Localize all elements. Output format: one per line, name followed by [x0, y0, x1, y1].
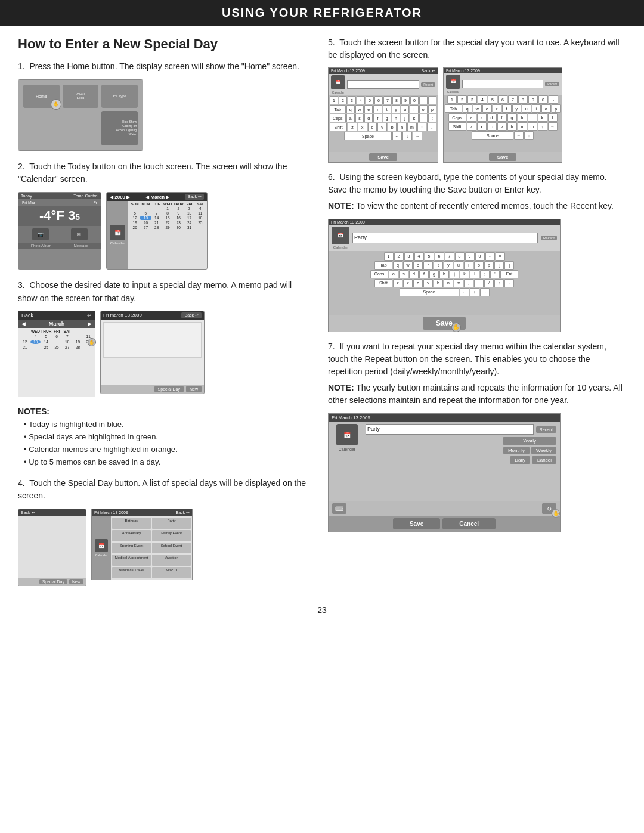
step-5-text: 5. Touch the screen button for the speci…: [328, 36, 626, 61]
kb-large-header: Fri March 13 2009: [444, 68, 562, 73]
note-1: Today is highlighted in blue.: [24, 419, 310, 431]
monthly-button[interactable]: Monthly: [503, 447, 530, 454]
repeat-save-cancel-row: Save Cancel: [329, 516, 560, 532]
step-1-screenshots: Home ✋ ChildLock Ice Type Slide Show Coo…: [18, 79, 310, 151]
kb-small-recent[interactable]: Recent: [421, 82, 435, 87]
step-7-block: 7. If you want to repeat your special da…: [328, 340, 626, 532]
step-4-screenshots: Back ↩ Special Day New Fri March 13 2009…: [18, 509, 310, 586]
step-6-text: 6. Using the screen keyboard, type the c…: [328, 171, 626, 196]
keyboard-icon[interactable]: ⌨: [332, 503, 346, 514]
page-header: USING YOUR REFRIGERATOR: [0, 0, 644, 26]
kb-small-save-btn[interactable]: Save: [369, 153, 397, 161]
step-3-text: 3. Choose the desired date to input a sp…: [18, 279, 310, 305]
step-5-screenshots: Fri March 13 2009 Back ↩ 📅 Calendar Rece…: [328, 67, 626, 163]
special-medical[interactable]: Medical Appointment: [112, 555, 151, 566]
repeat-icon[interactable]: ↻ ✋: [542, 503, 556, 514]
cancel-button[interactable]: Cancel: [532, 456, 556, 464]
step-6-block: 6. Using the screen keyboard, type the c…: [328, 171, 626, 332]
kb-large-cal-icon: 📅: [446, 75, 460, 89]
kb-small-header: Fri March 13 2009 Back ↩: [329, 68, 438, 74]
new-button[interactable]: New: [186, 386, 202, 392]
repeat-save-btn[interactable]: Save: [393, 518, 440, 529]
step6-kb-header: Fri March 13 2009: [329, 219, 560, 225]
special-vacation[interactable]: Vacation: [152, 555, 191, 566]
step6-party-input[interactable]: Party: [352, 233, 538, 243]
step-1-block: 1. Press the Home button. The display sc…: [18, 60, 310, 151]
repeat-party-input[interactable]: Party: [366, 424, 534, 435]
note-4: Up to 5 memos can be saved in a day.: [24, 456, 310, 469]
step-2-block: 2. Touch the Today button on the touch s…: [18, 160, 310, 270]
special-day-button[interactable]: Special Day: [154, 386, 184, 392]
special-family-event[interactable]: Family Event: [152, 530, 191, 541]
recent-btn-repeat[interactable]: Recent: [536, 426, 556, 433]
step-1-num: 1.: [18, 61, 27, 71]
cal-home-screenshot: TodayTemp Control Fri MarFr -4°F 35 📷 ✉: [18, 192, 101, 270]
step-4-block: 4. Touch the Special Day button. A list …: [18, 477, 310, 586]
weekly-button[interactable]: Weekly: [531, 447, 556, 454]
kb-large-save-btn[interactable]: Save: [489, 153, 517, 161]
daily-button[interactable]: Daily: [510, 456, 530, 464]
repeat-cancel-btn[interactable]: Cancel: [442, 518, 496, 529]
step-7-text: 7. If you want to repeat your special da…: [328, 340, 626, 378]
step-5-block: 5. Touch the screen button for the speci…: [328, 36, 626, 163]
kb-large-recent[interactable]: Recent: [545, 82, 559, 86]
special-birthday[interactable]: Birthday: [112, 518, 151, 529]
repeat-left-panel: 📅 Calendar: [332, 424, 362, 499]
step6-cal-icon: 📅: [332, 227, 349, 244]
repeat-footer: ⌨ ↻ ✋: [329, 501, 560, 516]
kb-small-cal-icon: 📅: [331, 75, 345, 89]
kb-large-keys: 1234567890- Tabqwertyuiop Capsasdfghjkl …: [444, 95, 562, 152]
kb-large-input[interactable]: [462, 80, 543, 88]
repeat-options-panel: Yearly Monthly Weekly Daily Cancel: [366, 437, 556, 464]
repeat-center-panel: Party Recent Yearly Monthly Weekly: [366, 424, 556, 499]
notes-box: NOTES: Today is highlighted in blue. Spe…: [18, 407, 310, 468]
special-sporting[interactable]: Sporting Event: [112, 543, 151, 554]
header-title: USING YOUR REFRIGERATOR: [222, 6, 422, 19]
step7-repeat-screenshot: Fri March 13 2009 📅 Calendar Party Re: [328, 413, 561, 532]
step-7-note: NOTE: The yearly button maintains and re…: [328, 382, 626, 407]
step6-save-area: Save✋: [329, 315, 560, 332]
step-6-note: NOTE: To view the content of recently en…: [328, 200, 626, 213]
step-3-screenshots: Back ↩ ◀March▶ WEDTHURFRISAT 4567 111213…: [18, 311, 310, 397]
left-column: How to Enter a New Special Day 1. Press …: [18, 36, 322, 596]
special-days-list-screenshot: Fri March 13 2009 Back ↩ 📅 Calendar Birt…: [91, 509, 193, 580]
step-2-screenshots: TodayTemp Control Fri MarFr -4°F 35 📷 ✉: [18, 192, 310, 270]
memo-body: [101, 320, 204, 385]
section-title: How to Enter a New Special Day: [18, 36, 310, 52]
step5-keyboard-large: Fri March 13 2009 📅 Calendar Recent 1234…: [443, 67, 562, 163]
repeat-cal-label: Calendar: [339, 447, 355, 451]
special-misc[interactable]: Misc. 1: [152, 567, 191, 578]
special-list-header: Fri March 13 2009 Back ↩: [92, 509, 192, 516]
kb-small-top: 📅 Calendar Recent: [329, 74, 438, 95]
step6-kb-top: 📅 Calendar Party Recent: [329, 225, 560, 251]
step6-recent-btn[interactable]: Recent: [541, 236, 557, 240]
step5-keyboard-small: Fri March 13 2009 Back ↩ 📅 Calendar Rece…: [328, 67, 438, 163]
notes-title: NOTES:: [18, 407, 310, 416]
repeat-body: 📅 Calendar Party Recent Yearly: [329, 422, 560, 501]
step4-left-screenshot: Back ↩ Special Day New: [18, 509, 86, 586]
step-2-text: 2. Touch the Today button on the touch s…: [18, 160, 310, 186]
yearly-button[interactable]: Yearly: [503, 437, 556, 445]
kb-small-input[interactable]: [347, 80, 419, 89]
special-anniversary[interactable]: Anniversary: [112, 530, 151, 541]
step-4-text: 4. Touch the Special Day button. A list …: [18, 477, 310, 503]
memo-pad-screenshot: Fri march 13 2009 Back ↩ Special Day New: [100, 311, 205, 394]
special-days-grid: Birthday Party Anniversary Family Event …: [111, 516, 192, 580]
step6-keyboard-keys: 1234567890-= Tabqwertyuiop[] Capsasdfghj…: [329, 251, 560, 315]
step-6-screenshot: Fri March 13 2009 📅 Calendar Party Recen…: [328, 219, 626, 332]
page-number: 23: [0, 605, 644, 615]
memo-header: Fri march 13 2009 Back ↩: [101, 311, 204, 320]
kb-large-top: 📅 Calendar Recent: [444, 73, 562, 95]
notes-list: Today is highlighted in blue. Special da…: [18, 419, 310, 468]
note-3: Calendar memos are highlighted in orange…: [24, 444, 310, 456]
march-grid: WEDTHURFRISAT 4567 11121314 181920✋21 25…: [18, 328, 95, 397]
special-school[interactable]: School Event: [152, 543, 191, 554]
memo-footer: Special Day New: [101, 385, 204, 394]
kb-small-keys: 1234567890-= Tabqwertyuiop Capsasdfghjkl…: [329, 95, 438, 152]
special-party[interactable]: Party: [152, 518, 191, 529]
step-3-block: 3. Choose the desired date to input a sp…: [18, 279, 310, 397]
step6-save-btn[interactable]: Save✋: [423, 317, 466, 330]
back-button-memo[interactable]: Back ↩: [181, 312, 202, 318]
special-business[interactable]: Business Travel: [112, 567, 151, 578]
step-7-screenshot: Fri March 13 2009 📅 Calendar Party Re: [328, 413, 626, 532]
